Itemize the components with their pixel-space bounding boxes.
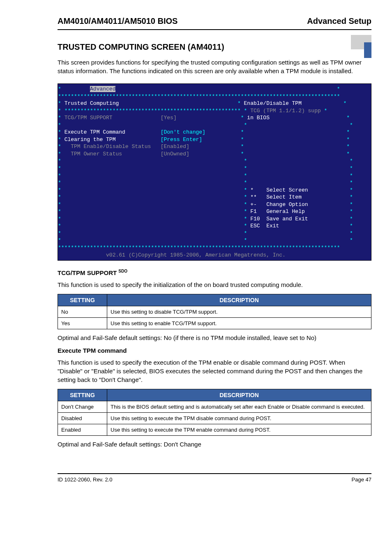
table-row: Yes Use this setting to enable TCG/TPM s… <box>58 318 371 329</box>
table-header-description: DESCRIPTION <box>107 294 371 306</box>
table-row: Disabled Use this setting to execute the… <box>58 413 371 424</box>
bios-item-clear: Clearing the TPM <box>65 136 116 143</box>
header-title-left: AM4010/AM4011/AM5010 BIOS <box>58 16 178 26</box>
page-header: AM4010/AM4011/AM5010 BIOS Advanced Setup <box>58 16 371 30</box>
bios-item-status: TPM Enable/Disable Status <box>71 143 151 150</box>
bios-tab-advanced: Advanced <box>90 86 115 92</box>
tcg-table: SETTING DESCRIPTION No Use this setting … <box>58 294 371 329</box>
table-row: Enabled Use this setting to execute the … <box>58 424 371 436</box>
exec-heading: Execute TPM command <box>58 347 371 354</box>
table-header-setting: SETTING <box>58 389 107 401</box>
bios-screenshot: * Advanced * ***************************… <box>58 83 371 261</box>
bios-panel-title: Trusted Computing <box>65 100 119 106</box>
tcg-footnote: Optimal and Fail-Safe default settings: … <box>58 333 371 342</box>
header-title-right: Advanced Setup <box>307 16 371 26</box>
bios-item-tcg: TCG/TPM SUPPORT <box>65 115 113 121</box>
table-header-setting: SETTING <box>58 294 107 306</box>
exec-table: SETTING DESCRIPTION Don't Change This is… <box>58 389 371 436</box>
corner-logo <box>347 35 371 56</box>
bios-copyright: v02.61 (C)Copyright 1985-2006, American … <box>106 252 286 258</box>
bios-item-exec: Execute TPM Command <box>65 129 125 135</box>
tcg-desc: This function is used to specify the ini… <box>58 280 371 289</box>
section-title: TRUSTED COMPUTING SCREEN (AM4011) <box>58 42 371 52</box>
table-header-description: DESCRIPTION <box>107 389 371 401</box>
exec-desc: This function is used to specify the exe… <box>58 358 371 384</box>
intro-paragraph: This screen provides functions for speci… <box>58 58 371 75</box>
table-row: Don't Change This is the BIOS default se… <box>58 401 371 413</box>
tcg-heading: TCG/TPM SUPPORT SDO <box>58 269 371 276</box>
footer-page: Page 47 <box>352 476 371 483</box>
exec-footnote: Optimal and Fail-Safe default settings: … <box>58 440 371 449</box>
page-footer: ID 1022-2060, Rev. 2.0 Page 47 <box>58 473 371 483</box>
bios-item-owner: TPM Owner Status <box>71 151 122 157</box>
table-row: No Use this setting to disable TCG/TPM s… <box>58 306 371 318</box>
footer-id: ID 1022-2060, Rev. 2.0 <box>58 476 112 483</box>
